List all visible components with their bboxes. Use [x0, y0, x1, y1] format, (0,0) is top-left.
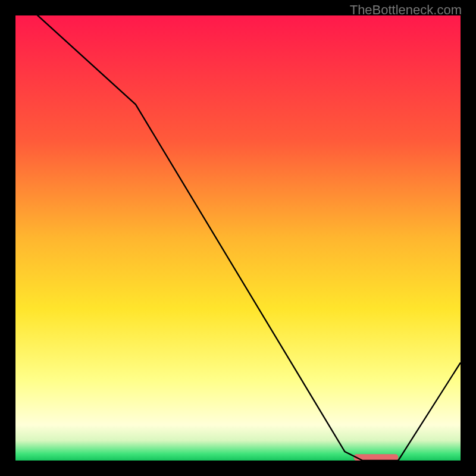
chart-container: TheBottleneck.com — [0, 0, 476, 476]
plot-area — [15, 15, 461, 461]
chart-svg — [15, 15, 461, 461]
gradient-background — [15, 15, 461, 461]
